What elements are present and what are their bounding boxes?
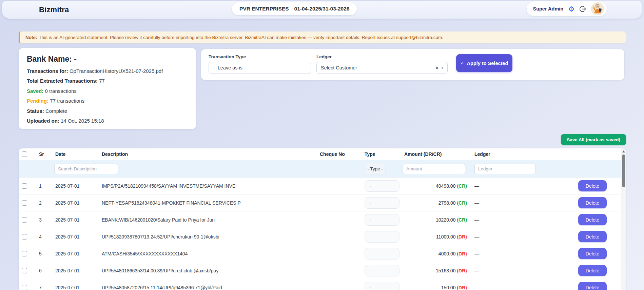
summary-lines: Transactions for: OpTransactionHistoryUX… (27, 68, 188, 124)
row-description: NEFT-YESAP51824348041-MPOKKET FINANCIAL … (100, 200, 318, 206)
ledger-select-value: Select Customer (321, 65, 357, 70)
row-type-select[interactable]: - (365, 231, 399, 243)
delete-button[interactable]: Delete (578, 265, 607, 276)
table-body: 1 2025-07-01 IMPS/P2A/518210994458/SAYYA… (19, 178, 621, 290)
user-menu: Super Admin ⚙ (527, 1, 607, 16)
table-row: 7 2025-07-01 UPI/554805872026/15:11:14/U… (19, 279, 621, 290)
row-sr: 7 (37, 285, 53, 290)
row-date: 2025-07-01 (53, 217, 100, 223)
type-filter-select[interactable]: - Type - (365, 163, 386, 174)
row-checkbox[interactable] (22, 251, 27, 256)
row-type-select[interactable]: - (365, 214, 399, 226)
row-sr: 3 (37, 217, 53, 223)
col-header-description: Description (100, 151, 318, 157)
summary-line-value: 0 transactions (45, 88, 76, 94)
row-checkbox[interactable] (22, 234, 27, 240)
description-search-input[interactable] (54, 164, 118, 174)
note-label: Note: (25, 35, 37, 40)
note-text: This is an AI-generated statement. Pleas… (39, 35, 443, 40)
row-date: 2025-07-01 (53, 200, 100, 206)
col-header-amount: Amount (DR/CR) (403, 151, 472, 157)
brand-logo: Bizmitra (39, 5, 69, 14)
row-description: ATM/CASH/3545/XXXXXXXXXXXX1404 (100, 251, 318, 256)
top-header: Bizmitra PVR ENTERPRISES 01-04-2025/31-0… (2, 1, 642, 19)
row-checkbox[interactable] (22, 183, 27, 189)
row-type-select[interactable]: - (365, 265, 399, 276)
ledger-label: Ledger (316, 54, 448, 59)
table-row: 6 2025-07-01 UPI/554801866353/14:00:39/U… (19, 262, 621, 279)
row-drcr-badge: (DR) (457, 251, 467, 256)
bank-name-title: Bank Name: - (27, 55, 188, 64)
scroll-up-arrow-icon[interactable] (622, 150, 625, 152)
summary-line-value: 77 transactions (50, 98, 84, 104)
summary-line-label: Status: (27, 108, 44, 114)
transaction-type-field: Transaction Type -- Leave as is -- (209, 54, 311, 74)
table-row: 4 2025-07-01 UPI/518209387807/13:24:52/U… (19, 228, 621, 245)
summary-line-value: OpTransactionHistoryUX521-07-2025.pdf (70, 68, 163, 74)
statement-summary-card: Bank Name: - Transactions for: OpTransac… (19, 48, 196, 129)
select-all-checkbox[interactable] (22, 151, 27, 157)
note-banner: Note: This is an AI-generated statement.… (19, 32, 626, 43)
row-ledger: — (474, 251, 479, 256)
row-type-select[interactable]: - (365, 180, 399, 192)
row-date: 2025-07-01 (53, 251, 100, 256)
table-inner: Sr Date Description Cheque No Type Amoun… (19, 148, 621, 290)
row-amount: 4000.00 (438, 251, 456, 256)
row-checkbox[interactable] (22, 217, 27, 223)
scrollbar-thumb[interactable] (622, 154, 625, 187)
transaction-type-value: -- Leave as is -- (213, 65, 247, 70)
row-drcr-badge: (CR) (457, 217, 467, 223)
delete-button[interactable]: Delete (578, 231, 607, 242)
summary-line: Transactions for: OpTransactionHistoryUX… (27, 68, 188, 74)
company-period-pill[interactable]: PVR ENTERPRISES 01-04-2025/31-03-2026 (232, 2, 357, 15)
row-date: 2025-07-01 (53, 268, 100, 273)
summary-line-label: Saved: (27, 88, 43, 94)
transactions-table: Sr Date Description Cheque No Type Amoun… (19, 148, 626, 290)
row-checkbox[interactable] (22, 268, 27, 273)
row-type-select[interactable]: - (365, 282, 399, 290)
logout-icon[interactable] (579, 5, 586, 13)
row-ledger: — (474, 268, 479, 273)
delete-button[interactable]: Delete (578, 214, 607, 225)
col-header-type: Type (362, 151, 403, 157)
ledger-select[interactable]: Select Customer × ▾ (316, 62, 448, 74)
row-checkbox[interactable] (22, 285, 27, 290)
clear-selection-icon[interactable]: × (436, 65, 438, 70)
delete-button[interactable]: Delete (578, 248, 607, 259)
row-amount: 40498.00 (436, 183, 455, 189)
amount-filter-input[interactable] (403, 164, 465, 174)
row-drcr-badge: (DR) (457, 268, 467, 273)
row-drcr-badge: (DR) (457, 285, 467, 290)
col-header-sr: Sr (37, 151, 53, 157)
avatar[interactable] (591, 2, 604, 15)
row-description: UPI/554805872026/15:11:14/UPI/q9485396 7… (100, 285, 318, 290)
settings-gear-icon[interactable]: ⚙ (568, 5, 574, 13)
ledger-filter-input[interactable] (474, 164, 535, 174)
row-sr: 2 (37, 200, 53, 206)
delete-button[interactable]: Delete (578, 180, 607, 191)
save-all-button[interactable]: Save All (mark as saved) (561, 134, 626, 145)
summary-line: Total Extracted Transactions: 77 (27, 78, 188, 84)
delete-button[interactable]: Delete (578, 197, 607, 208)
check-icon: ✓ (461, 61, 464, 66)
row-ledger: — (474, 234, 479, 240)
table-row: 5 2025-07-01 ATM/CASH/3545/XXXXXXXXXXXX1… (19, 245, 621, 262)
row-sr: 6 (37, 268, 53, 273)
summary-line: Status: Complete (27, 108, 188, 114)
transaction-type-select[interactable]: -- Leave as is -- (209, 62, 311, 74)
row-checkbox[interactable] (22, 200, 27, 206)
apply-to-selected-button[interactable]: ✓ Apply to Selected (456, 54, 512, 72)
apply-button-label: Apply to Selected (467, 61, 508, 66)
row-ledger: — (474, 200, 479, 206)
row-amount: 2798.00 (438, 200, 456, 206)
row-amount: 11000.00 (436, 234, 455, 240)
col-header-date: Date (53, 151, 100, 157)
row-amount: 150.00 (441, 285, 456, 290)
table-scrollbar[interactable] (621, 148, 626, 290)
delete-button[interactable]: Delete (578, 282, 607, 290)
summary-line: Saved: 0 transactions (27, 88, 188, 94)
chevron-down-icon: ▾ (442, 66, 443, 70)
row-type-select[interactable]: - (365, 197, 399, 209)
table-header-row: Sr Date Description Cheque No Type Amoun… (19, 148, 621, 160)
row-type-select[interactable]: - (365, 248, 399, 260)
